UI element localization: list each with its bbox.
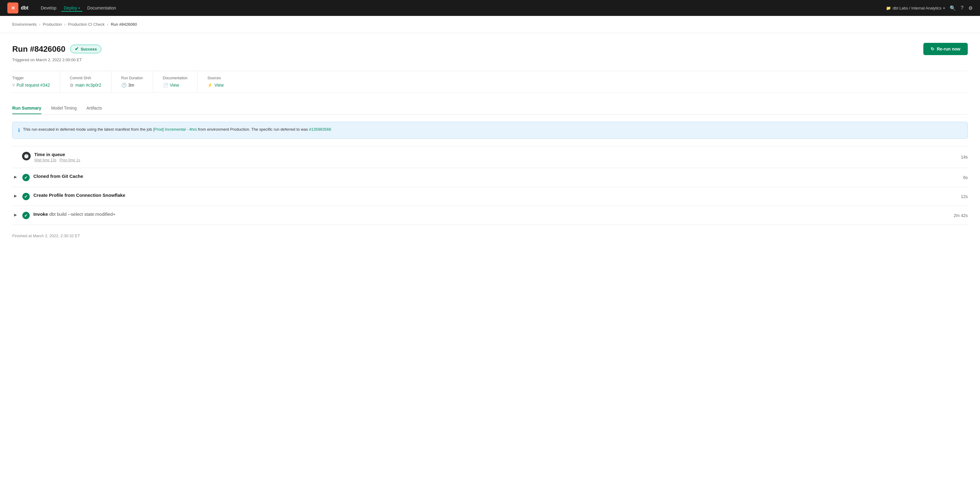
docs-icon: 📄	[163, 83, 168, 87]
duration-label: Run Duration	[121, 76, 143, 80]
main-content: Run #8426060 ✔ Success ↻ Re-run now Trig…	[0, 33, 980, 494]
nav-links: Develop Deploy ▾ Documentation	[38, 4, 119, 12]
meta-duration: Run Duration 🕐 3m	[111, 71, 153, 92]
nav-logo[interactable]: ✕ dbt	[7, 2, 29, 13]
deferred-run-link[interactable]: #135983566	[309, 127, 331, 132]
breadcrumb-sep-3: ›	[107, 22, 108, 27]
step-clone-icon: ✔	[22, 174, 30, 181]
meta-row: Trigger ⑂ Pull request #342 Commit SHA ⊙…	[12, 71, 968, 93]
step-clone-expand[interactable]: ▶	[12, 174, 19, 179]
breadcrumb-ci-check[interactable]: Production CI Check	[68, 22, 105, 27]
step-profile-icon: ✔	[22, 193, 30, 200]
step-profile-content: Create Profile from Connection Snowflake	[33, 192, 957, 198]
sources-label: Sources	[207, 76, 224, 80]
commit-link[interactable]: main #c3p0r2	[75, 83, 101, 87]
run-footer: Finished at March 2, 2022, 2:30:32 ET	[12, 225, 968, 238]
info-banner: ℹ This run executed in deferred mode usi…	[12, 122, 968, 139]
trigger-link[interactable]: Pull request #342	[16, 83, 50, 87]
nav-develop[interactable]: Develop	[38, 4, 59, 12]
check-icon: ✔	[75, 46, 79, 52]
step-invoke-icon: ✔	[22, 212, 30, 219]
step-clone: ▶ ✔ Cloned from Git Cache 6s	[12, 168, 968, 187]
step-invoke-title: Invoke dbt build --select state:modified…	[33, 211, 950, 217]
commit-value: ⊙ main #c3p0r2	[70, 83, 101, 87]
status-text: Success	[81, 47, 97, 51]
chevron-down-icon: ▾	[78, 6, 80, 10]
top-navigation: ✕ dbt Develop Deploy ▾ Documentation 📁 d…	[0, 0, 980, 16]
settings-button[interactable]: ⚙	[968, 5, 973, 11]
docs-link[interactable]: View	[170, 83, 179, 87]
queue-duration: 14s	[961, 154, 968, 159]
queue-subtitle: Wait time 13s Prep time 1s	[34, 158, 957, 162]
run-tabs: Run Summary Model Timing Artifacts	[12, 103, 968, 114]
folder-icon: 📁	[886, 6, 891, 10]
nav-deploy[interactable]: Deploy ▾	[61, 4, 83, 12]
breadcrumb: Environments › Production › Production C…	[0, 16, 980, 33]
svg-text:✕: ✕	[11, 5, 15, 11]
queue-content: Time in queue Wait time 13s Prep time 1s	[34, 152, 957, 162]
step-clone-title: Cloned from Git Cache	[33, 173, 959, 179]
tab-run-summary[interactable]: Run Summary	[12, 103, 41, 114]
step-profile: ▶ ✔ Create Profile from Connection Snowf…	[12, 187, 968, 206]
breadcrumb-sep-2: ›	[64, 22, 65, 27]
step-invoke-expand[interactable]: ▶	[12, 212, 19, 218]
step-invoke-duration: 2m 42s	[954, 213, 968, 218]
wait-time-link[interactable]: Wait time 13s	[34, 158, 56, 162]
step-queue: 🕐 Time in queue Wait time 13s Prep time …	[12, 146, 968, 168]
nav-documentation[interactable]: Documentation	[85, 4, 119, 12]
nav-project[interactable]: 📁 dbt Labs / Internal Analytics ▾	[886, 6, 945, 10]
run-header: Run #8426060 ✔ Success ↻ Re-run now	[12, 43, 968, 55]
rerun-button[interactable]: ↻ Re-run now	[923, 43, 968, 55]
prep-time-link[interactable]: Prep time 1s	[59, 158, 80, 162]
meta-trigger: Trigger ⑂ Pull request #342	[12, 71, 60, 92]
breadcrumb-current: Run #8426060	[111, 22, 137, 27]
meta-docs: Documentation 📄 View	[153, 71, 198, 92]
docs-label: Documentation	[163, 76, 188, 80]
meta-sources: Sources ⚡ View	[197, 71, 233, 92]
step-profile-duration: 12s	[961, 194, 968, 199]
meta-commit: Commit SHA ⊙ main #c3p0r2	[60, 71, 111, 92]
status-badge: ✔ Success	[70, 45, 101, 53]
info-icon: ℹ	[18, 127, 20, 134]
run-title: Run #8426060	[12, 44, 65, 54]
tab-artifacts[interactable]: Artifacts	[86, 103, 102, 114]
step-profile-expand[interactable]: ▶	[12, 193, 19, 199]
breadcrumb-sep-1: ›	[39, 22, 40, 27]
finished-text: Finished at March 2, 2022, 2:30:32 ET	[12, 233, 80, 238]
git-branch-icon: ⑂	[12, 83, 15, 87]
search-button[interactable]: 🔍	[950, 5, 956, 11]
run-title-section: Run #8426060 ✔ Success	[12, 44, 101, 54]
commit-icon: ⊙	[70, 83, 73, 87]
sources-value: ⚡ View	[207, 83, 224, 87]
commit-label: Commit SHA	[70, 76, 101, 80]
nav-right: 📁 dbt Labs / Internal Analytics ▾ 🔍 ? ⚙	[886, 5, 973, 11]
sources-icon: ⚡	[207, 83, 213, 87]
help-button[interactable]: ?	[961, 5, 964, 11]
queue-clock-icon: 🕐	[22, 152, 30, 160]
triggered-text: Triggered on March 2, 2022 2:00:00 ET	[12, 57, 968, 62]
step-clone-content: Cloned from Git Cache	[33, 173, 959, 179]
step-invoke-cmd: dbt build --select state:modified+	[49, 211, 115, 217]
breadcrumb-environments[interactable]: Environments	[12, 22, 37, 27]
run-steps: 🕐 Time in queue Wait time 13s Prep time …	[12, 146, 968, 225]
tab-model-timing[interactable]: Model Timing	[51, 103, 76, 114]
refresh-icon: ↻	[931, 46, 934, 51]
deferred-job-link[interactable]: [Prod] Incremental - 4hrs	[153, 127, 197, 132]
step-clone-duration: 6s	[963, 175, 968, 180]
trigger-label: Trigger	[12, 76, 50, 80]
duration-value: 🕐 3m	[121, 83, 143, 87]
breadcrumb-production[interactable]: Production	[43, 22, 62, 27]
queue-title: Time in queue	[34, 152, 957, 157]
trigger-value: ⑂ Pull request #342	[12, 83, 50, 87]
chevron-down-icon: ▾	[943, 6, 945, 10]
step-profile-title: Create Profile from Connection Snowflake	[33, 192, 957, 198]
sources-link[interactable]: View	[215, 83, 224, 87]
step-invoke: ▶ ✔ Invoke dbt build --select state:modi…	[12, 206, 968, 225]
clock-icon: 🕐	[121, 83, 126, 87]
step-invoke-content: Invoke dbt build --select state:modified…	[33, 211, 950, 217]
docs-value: 📄 View	[163, 83, 188, 87]
